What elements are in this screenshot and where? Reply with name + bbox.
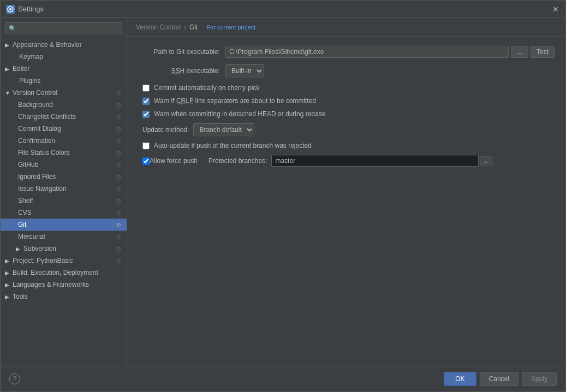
gear-icon: ⚙ — [116, 246, 121, 252]
breadcrumb-version-control: Version Control — [136, 23, 181, 31]
sidebar-item-file-status-label: File Status Colors — [18, 149, 70, 156]
expand-icon: ▶ — [5, 282, 10, 288]
crlf-abbr: CRLF — [176, 97, 193, 105]
sidebar-item-commit-dialog-label: Commit Dialog — [18, 125, 61, 132]
cherry-pick-checkbox[interactable] — [142, 85, 150, 92]
settings-window: Settings ✕ 🔍 ▶ Appearance & Behavior Key… — [0, 0, 566, 392]
footer: ? OK Cancel Apply — [1, 366, 565, 391]
ok-button[interactable]: OK — [444, 372, 476, 386]
force-push-label[interactable]: Allow force push — [150, 157, 198, 165]
ssh-row: SSH executable: Built-in — [138, 64, 555, 77]
search-input[interactable] — [19, 25, 118, 32]
auto-update-checkbox[interactable] — [142, 142, 150, 149]
sidebar-item-github[interactable]: GitHub ⚙ — [1, 159, 127, 171]
right-panel: Version Control › Git For current projec… — [127, 18, 565, 366]
sidebar-item-background-label: Background — [18, 101, 53, 108]
sidebar-item-project-label: Project: PythonBasic — [13, 257, 73, 264]
sidebar-item-project[interactable]: ▶ Project: PythonBasic ⚙ — [1, 255, 127, 267]
sidebar-item-issue-nav-label: Issue Navigation — [18, 185, 67, 192]
window-title: Settings — [18, 5, 551, 13]
gear-icon: ⚙ — [116, 186, 121, 192]
sidebar-item-cvs-label: CVS — [18, 209, 32, 216]
update-method-select[interactable]: Branch default — [193, 123, 254, 136]
sidebar-item-github-label: GitHub — [18, 161, 38, 168]
help-button[interactable]: ? — [9, 373, 20, 384]
svg-point-1 — [9, 8, 11, 10]
sidebar-item-ignored-label: Ignored Files — [18, 173, 56, 180]
update-method-label: Update method: — [142, 126, 189, 134]
ssh-abbr: SSH — [171, 67, 185, 75]
ssh-label: SSH executable: — [138, 67, 225, 75]
sidebar-item-appearance-label: Appearance & Behavior — [13, 41, 82, 49]
sidebar-item-plugins[interactable]: Plugins — [1, 75, 127, 87]
path-input[interactable] — [225, 46, 509, 58]
close-button[interactable]: ✕ — [551, 5, 560, 14]
panel-body: Path to Git executable: ... Test SSH exe… — [127, 37, 565, 366]
protected-expand-button[interactable]: ⌄ — [480, 156, 492, 166]
cherry-pick-label[interactable]: Commit automatically on cherry-pick — [154, 84, 259, 92]
search-box[interactable]: 🔍 — [5, 22, 122, 34]
sidebar-item-subversion-label: Subversion — [23, 245, 56, 252]
crlf-row: Warn if CRLF line separators are about t… — [138, 97, 555, 105]
breadcrumb: Version Control › Git For current projec… — [127, 18, 565, 37]
sidebar-item-changelist[interactable]: Changelist Conflicts ⚙ — [1, 111, 127, 123]
sidebar-item-build-label: Build, Execution, Deployment — [13, 269, 98, 276]
gear-icon: ⚙ — [116, 234, 121, 240]
crlf-checkbox[interactable] — [142, 98, 150, 105]
sidebar-item-build[interactable]: ▶ Build, Execution, Deployment — [1, 267, 127, 279]
sidebar-item-commit-dialog[interactable]: Commit Dialog ⚙ — [1, 123, 127, 135]
sidebar-item-editor[interactable]: ▶ Editor — [1, 63, 127, 75]
crlf-label[interactable]: Warn if CRLF line separators are about t… — [154, 97, 316, 105]
sidebar-item-issue-nav[interactable]: Issue Navigation ⚙ — [1, 183, 127, 195]
left-panel: 🔍 ▶ Appearance & Behavior Keymap ▶ Edito… — [1, 18, 127, 366]
sidebar-item-keymap[interactable]: Keymap — [1, 51, 127, 63]
sidebar-item-version-control[interactable]: ▼ Version Control ⚙ — [1, 87, 127, 99]
apply-button[interactable]: Apply — [522, 372, 557, 386]
sidebar-item-tools[interactable]: ▶ Tools — [1, 291, 127, 303]
sidebar-item-git[interactable]: Git ⚙ — [1, 219, 127, 231]
sidebar-item-ignored[interactable]: Ignored Files ⚙ — [1, 171, 127, 183]
help-symbol: ? — [13, 375, 17, 383]
sidebar-item-confirmation[interactable]: Confirmation ⚙ — [1, 135, 127, 147]
sidebar-item-shelf[interactable]: Shelf ⚙ — [1, 195, 127, 207]
expand-icon: ▶ — [5, 258, 10, 264]
detached-label[interactable]: Warn when committing in detached HEAD or… — [154, 110, 325, 118]
gear-icon: ⚙ — [116, 150, 121, 156]
ssh-label-text: executable: — [187, 67, 220, 75]
for-current-project-link[interactable]: For current project — [206, 24, 255, 31]
update-method-row: Update method: Branch default — [138, 123, 555, 136]
gear-icon: ⚙ — [116, 114, 121, 120]
gear-icon: ⚙ — [116, 198, 121, 204]
force-push-checkbox[interactable] — [142, 158, 150, 165]
sidebar-item-editor-label: Editor — [13, 65, 29, 73]
title-bar: Settings ✕ — [1, 1, 565, 18]
expand-icon: ▶ — [5, 42, 10, 48]
cancel-button[interactable]: Cancel — [480, 372, 519, 386]
breadcrumb-git: Git — [189, 23, 198, 31]
sidebar-item-subversion[interactable]: ▶ Subversion ⚙ — [1, 243, 127, 255]
path-row: Path to Git executable: ... Test — [138, 46, 555, 58]
sidebar-item-cvs[interactable]: CVS ⚙ — [1, 207, 127, 219]
test-button[interactable]: Test — [531, 46, 555, 58]
browse-button[interactable]: ... — [511, 46, 528, 58]
sidebar-item-appearance[interactable]: ▶ Appearance & Behavior — [1, 39, 127, 51]
gear-icon: ⚙ — [116, 90, 121, 96]
detached-row: Warn when committing in detached HEAD or… — [138, 110, 555, 118]
gear-icon: ⚙ — [116, 174, 121, 180]
gear-icon: ⚙ — [116, 210, 121, 216]
auto-update-row: Auto-update if push of the current branc… — [138, 142, 555, 149]
sidebar-item-background[interactable]: Background ⚙ — [1, 99, 127, 111]
ssh-select[interactable]: Built-in — [225, 64, 264, 77]
detached-checkbox[interactable] — [142, 111, 150, 118]
expand-icon: ▶ — [16, 246, 21, 252]
nav-tree: ▶ Appearance & Behavior Keymap ▶ Editor … — [1, 39, 127, 366]
auto-update-label[interactable]: Auto-update if push of the current branc… — [154, 142, 312, 149]
expand-icon: ▼ — [5, 90, 10, 96]
sidebar-item-plugins-label: Plugins — [19, 77, 40, 85]
sidebar-item-git-label: Git — [18, 221, 26, 228]
gear-icon: ⚙ — [116, 126, 121, 132]
protected-branches-input[interactable] — [271, 155, 479, 167]
sidebar-item-file-status[interactable]: File Status Colors ⚙ — [1, 147, 127, 159]
sidebar-item-mercurial[interactable]: Mercurial ⚙ — [1, 231, 127, 243]
sidebar-item-languages[interactable]: ▶ Languages & Frameworks — [1, 279, 127, 291]
